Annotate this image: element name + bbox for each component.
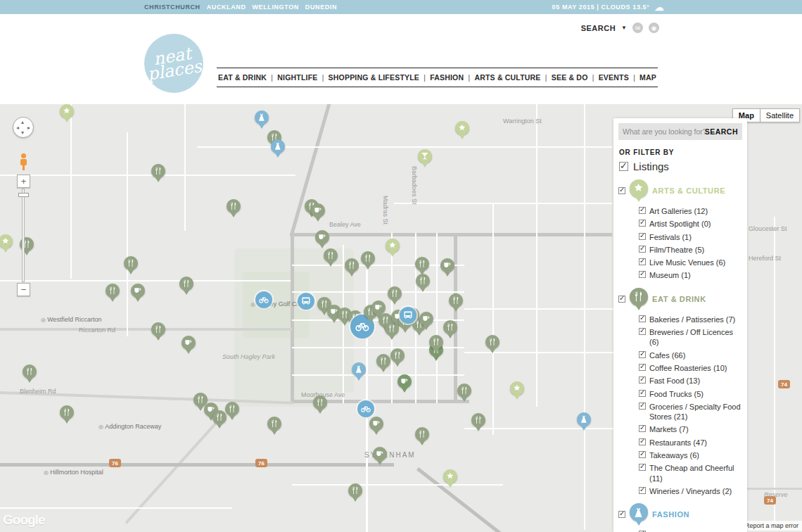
- map-pin-fashion[interactable]: [271, 139, 285, 158]
- category-header-arts-culture[interactable]: ARTS & CULTURE: [618, 179, 742, 202]
- filter-checkbox-art-galleries-12[interactable]: [639, 207, 646, 214]
- map-pin-eat[interactable]: [485, 335, 499, 353]
- map-pin-eat[interactable]: [388, 286, 402, 305]
- map-pin-eat[interactable]: [390, 348, 405, 367]
- map-pin-eat[interactable]: [267, 417, 281, 435]
- nav-item-events[interactable]: EVENTS: [599, 73, 629, 82]
- listings-toggle[interactable]: Listings: [619, 160, 742, 172]
- map-pin-eat[interactable]: [457, 384, 471, 402]
- map-pin-eat[interactable]: [227, 199, 241, 217]
- filter-checkbox-museum-1[interactable]: [639, 271, 646, 278]
- report-map-error-link[interactable]: Report a map error: [745, 522, 798, 529]
- filter-checkbox-live-music-venues-6[interactable]: [639, 258, 646, 265]
- pan-up-icon[interactable]: ▴: [21, 119, 24, 125]
- filter-item-groceries-specialty-food-stores-21[interactable]: Groceries / Specialty Food Stores (21): [639, 402, 742, 422]
- city-link-wellington[interactable]: WELLINGTON: [253, 4, 299, 11]
- map-pin-circle[interactable]: [255, 291, 272, 308]
- search-input[interactable]: [623, 127, 705, 136]
- filter-checkbox-wineries-vineyards-2[interactable]: [639, 487, 646, 494]
- filter-item-festivals-1[interactable]: Festivals (1): [639, 232, 742, 242]
- city-link-christchurch[interactable]: CHRISTCHURCH: [144, 4, 200, 11]
- map-pin-eat[interactable]: [23, 365, 37, 383]
- pan-right-icon[interactable]: ▸: [27, 125, 30, 131]
- nav-item-map[interactable]: MAP: [639, 73, 656, 82]
- map-pin-eat[interactable]: [415, 427, 429, 445]
- filter-checkbox-markets-7[interactable]: [639, 425, 646, 432]
- map-pin-fashion[interactable]: [352, 362, 366, 381]
- map-pin-eat[interactable]: [179, 277, 193, 295]
- map-pin-arts[interactable]: [443, 469, 457, 488]
- filter-checkbox-groceries-specialty-food-stores-21[interactable]: [639, 403, 646, 410]
- pan-down-icon[interactable]: ▾: [21, 129, 24, 136]
- instagram-icon[interactable]: ◉: [649, 23, 659, 33]
- filter-checkbox-cafes-66[interactable]: [639, 351, 646, 358]
- category-checkbox-arts-culture[interactable]: [618, 187, 625, 194]
- pegman-icon[interactable]: [19, 153, 28, 170]
- map-pin-eat[interactable]: [415, 257, 429, 275]
- map-pin-fashion[interactable]: [255, 110, 269, 129]
- map-pin-eat[interactable]: [373, 447, 387, 465]
- neat-places-logo[interactable]: neat places: [144, 34, 203, 93]
- filter-item-takeaways-6[interactable]: Takeaways (6): [639, 450, 742, 460]
- map-pin-eat[interactable]: [60, 405, 74, 424]
- map-pin-eat[interactable]: [429, 335, 443, 353]
- zoom-out-button[interactable]: −: [17, 283, 30, 296]
- search-button[interactable]: SEARCH: [705, 127, 738, 136]
- filter-item-museum-1[interactable]: Museum (1): [639, 270, 742, 280]
- map-pin-circle[interactable]: [357, 400, 374, 417]
- map-pin-eat[interactable]: [449, 293, 463, 312]
- map-pin-eat[interactable]: [419, 312, 433, 330]
- filter-checkbox-food-trucks-5[interactable]: [639, 390, 646, 397]
- map-pin-eat[interactable]: [440, 258, 454, 277]
- map-pin-arts[interactable]: [455, 121, 469, 139]
- map-type-satellite-button[interactable]: Satellite: [760, 108, 800, 122]
- map-pin-arts[interactable]: [510, 381, 524, 400]
- category-header-eat-drink[interactable]: EAT & DRINK: [618, 288, 742, 310]
- zoom-slider-handle[interactable]: [18, 193, 29, 197]
- map-pin-eat[interactable]: [324, 248, 338, 267]
- map-pin-arts[interactable]: [418, 149, 432, 167]
- map-pin-eat[interactable]: [361, 251, 375, 270]
- nav-item-see-do[interactable]: SEE & DO: [552, 73, 588, 82]
- nav-item-shopping-lifestyle[interactable]: SHOPPING & LIFESTYLE: [329, 73, 419, 82]
- filter-checkbox-takeaways-6[interactable]: [639, 451, 646, 458]
- filter-checkbox-fast-food-13[interactable]: [639, 376, 646, 384]
- map-pin-eat[interactable]: [376, 354, 390, 372]
- map-canvas[interactable]: Warrington StBealey AveMadras StBarbadoe…: [0, 104, 802, 532]
- map-pin-eat[interactable]: [131, 284, 145, 302]
- map-pin-eat[interactable]: [315, 230, 329, 248]
- map-pin-arts[interactable]: [60, 104, 74, 122]
- city-link-dunedin[interactable]: DUNEDIN: [305, 4, 337, 11]
- map-pin-eat[interactable]: [313, 395, 327, 414]
- filter-item-food-trucks-5[interactable]: Food Trucks (5): [639, 389, 742, 399]
- filter-item-cafes-66[interactable]: Cafes (66): [639, 350, 742, 360]
- map-pin-arts[interactable]: [386, 239, 400, 257]
- map-pin-eat[interactable]: [212, 410, 227, 429]
- filter-checkbox-breweries-off-licences-6[interactable]: [639, 328, 646, 335]
- nav-item-eat-drink[interactable]: EAT & DRINK: [218, 73, 267, 82]
- filter-item-artist-spotlight-0[interactable]: Artist Spotlight (0): [639, 219, 742, 229]
- map-pin-eat[interactable]: [151, 164, 165, 182]
- filter-item-wineries-vineyards-2[interactable]: Wineries / Vineyards (2): [639, 486, 742, 496]
- map-pin-eat[interactable]: [182, 336, 196, 354]
- map-pin-eat[interactable]: [151, 322, 165, 341]
- filter-checkbox-artist-spotlight-0[interactable]: [639, 220, 646, 227]
- map-pin-circle[interactable]: [400, 307, 416, 324]
- map-pin-eat[interactable]: [345, 258, 359, 277]
- filter-item-restaurants-47[interactable]: Restaurants (47): [639, 438, 742, 448]
- map-pin-eat[interactable]: [471, 413, 485, 431]
- nav-item-nightlife[interactable]: NIGHTLIFE: [277, 73, 317, 82]
- map-pin-eat[interactable]: [416, 274, 430, 292]
- map-pin-eat[interactable]: [369, 417, 383, 435]
- google-logo[interactable]: Google: [3, 512, 44, 528]
- nav-item-arts-culture[interactable]: ARTS & CULTURE: [474, 73, 540, 82]
- map-pin-circle[interactable]: [298, 293, 314, 310]
- zoom-track[interactable]: [22, 189, 25, 282]
- category-header-fashion[interactable]: FASHION: [618, 503, 742, 526]
- map-pin-eat[interactable]: [225, 402, 239, 420]
- map-pin-eat[interactable]: [124, 256, 138, 274]
- map-pan-control[interactable]: ◂ ▸ ▴ ▾: [13, 117, 34, 138]
- filter-checkbox-restaurants-47[interactable]: [639, 438, 646, 445]
- map-pin-eat[interactable]: [106, 284, 120, 302]
- filter-item-bakeries-patisseries-7[interactable]: Bakeries / Patisseries (7): [639, 315, 742, 324]
